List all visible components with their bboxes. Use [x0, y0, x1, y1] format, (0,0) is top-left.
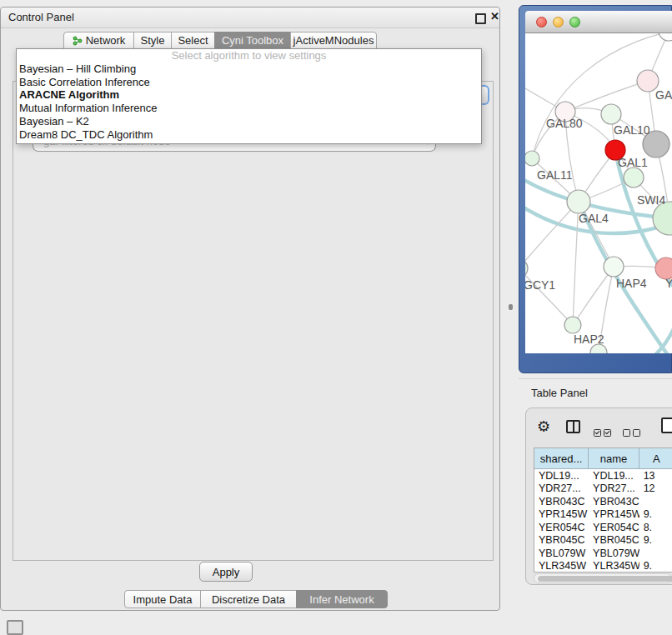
cell: YDL19...: [534, 470, 589, 482]
table-row[interactable]: YDR27... YDR27... 12: [534, 482, 672, 496]
dropdown-option-selected[interactable]: ARACNE Algorithm: [17, 88, 481, 102]
tab-impute-data[interactable]: Impute Data: [124, 590, 201, 608]
tab-network[interactable]: Network: [63, 32, 134, 49]
dropdown-option[interactable]: Dream8 DC_TDC Algorithm: [17, 128, 481, 142]
dropdown-option[interactable]: Bayesian – K2: [17, 115, 481, 128]
cell: YER054C: [534, 522, 589, 533]
apply-button[interactable]: Apply: [199, 562, 253, 582]
select-all-columns-icon[interactable]: [594, 425, 614, 440]
network-window-titlebar[interactable]: [525, 11, 672, 33]
node-label: GAL10: [614, 123, 650, 137]
node-label: HAP2: [574, 332, 604, 346]
cell: YBR045C: [589, 534, 639, 546]
cell: YBL079W: [589, 548, 639, 559]
table-row[interactable]: YBR045C YBR045C 9.: [534, 534, 672, 548]
dropdown-placeholder: Select algorithm to view settings: [17, 49, 481, 62]
cyni-content-panel: [13, 81, 494, 561]
table-row[interactable]: YER054C YER054C 8.: [534, 521, 672, 534]
screen: Control Panel ✕ Network Style Select Cyn…: [0, 0, 672, 635]
node-gal4[interactable]: [567, 190, 590, 213]
tab-style[interactable]: Style: [133, 32, 172, 49]
tab-cyni-toolbox-label: Cyni Toolbox: [222, 34, 283, 47]
export-table-icon[interactable]: [661, 418, 672, 433]
control-panel-titlebar[interactable]: Control Panel ✕: [1, 8, 499, 28]
node-label: GAL4: [579, 212, 609, 225]
table-row[interactable]: YDL19... YDL19... 13: [534, 469, 672, 482]
node-gcy1[interactable]: [525, 259, 528, 278]
cell: YDR27...: [534, 482, 589, 494]
tab-infer-network[interactable]: Infer Network: [296, 590, 388, 608]
deselect-all-columns-icon[interactable]: [623, 425, 643, 440]
close-icon[interactable]: ✕: [490, 10, 499, 22]
node-gal1-neighbor[interactable]: [624, 168, 644, 188]
table-row[interactable]: YLR345W YLR345W 9.: [534, 560, 672, 573]
tab-select[interactable]: Select: [171, 32, 215, 49]
table-row[interactable]: YBR043C YBR043C: [534, 495, 672, 508]
float-window-icon[interactable]: [475, 13, 486, 24]
network-icon: [73, 36, 83, 46]
table-horizontal-scrollbar-thumb[interactable]: [538, 576, 672, 582]
network-canvas[interactable]: GAL GAL80 GAL10 GAL1 GAL11 SWI4 GAL4 HAP…: [525, 33, 672, 353]
node-label: GAL11: [537, 168, 573, 182]
dropdown-option[interactable]: Mutual Information Inference: [17, 102, 481, 115]
split-divider-handle[interactable]: [509, 304, 513, 310]
column-header-name[interactable]: name: [589, 448, 639, 468]
node-label: GAL80: [546, 117, 583, 130]
edge-teal: [525, 152, 672, 353]
table-row[interactable]: YBL079W YBL079W: [534, 547, 672, 560]
tab-infer-network-label: Infer Network: [309, 593, 374, 606]
table-horizontal-scrollbar[interactable]: [534, 573, 672, 583]
tab-jactivemnodules-label: jActiveMNodules: [293, 34, 374, 47]
close-traffic-light-icon[interactable]: [536, 17, 547, 28]
column-header-shared-name[interactable]: shared...: [534, 448, 589, 468]
cell: YLR345W: [534, 560, 589, 572]
node-label: HAP4: [616, 277, 647, 290]
cell: YPR145W: [589, 508, 639, 520]
control-panel-window: Control Panel ✕ Network Style Select Cyn…: [0, 7, 500, 611]
tab-impute-data-label: Impute Data: [133, 593, 193, 606]
gear-icon[interactable]: ⚙: [537, 418, 550, 436]
cell: YPR145W: [534, 508, 589, 520]
split-columns-icon[interactable]: [566, 420, 580, 433]
node-gal11[interactable]: [525, 151, 539, 166]
node-swi4[interactable]: [653, 202, 672, 235]
minimized-window-icon[interactable]: [7, 620, 23, 635]
node-unlabeled-top[interactable]: [659, 33, 672, 41]
tab-select-label: Select: [178, 34, 208, 47]
cell: 12: [639, 482, 672, 494]
cell: YBR045C: [534, 534, 589, 546]
cell: 9.: [639, 508, 672, 520]
cell: YBL079W: [534, 548, 589, 559]
cell: YDL19...: [589, 470, 639, 482]
tab-jactivemnodules[interactable]: jActiveMNodules: [290, 32, 377, 49]
cell: 9.: [639, 560, 672, 572]
tab-network-label: Network: [86, 34, 126, 47]
cell: 9.: [639, 534, 672, 546]
cell: YDR27...: [589, 482, 639, 494]
algorithm-dropdown-list: Select algorithm to view settings Bayesi…: [16, 48, 482, 144]
node-hap4[interactable]: [604, 257, 624, 277]
node-label: GCY1: [525, 278, 555, 292]
cell: YLR345W: [589, 560, 639, 572]
node-label: GAL: [655, 88, 672, 102]
dropdown-option[interactable]: Basic Correlation Inference: [17, 76, 481, 89]
node-table[interactable]: shared... name A YDL19... YDL19... 13 YD…: [534, 448, 672, 572]
column-header-partial[interactable]: A: [639, 448, 672, 468]
node-label: Y: [665, 277, 672, 290]
cell: YBR043C: [589, 496, 639, 508]
dropdown-option[interactable]: Bayesian – Hill Climbing: [17, 62, 481, 76]
tab-discretize-data[interactable]: Discretize Data: [200, 590, 297, 608]
minimize-traffic-light-icon[interactable]: [553, 17, 564, 28]
zoom-traffic-light-icon[interactable]: [569, 17, 580, 28]
node-hap2[interactable]: [564, 317, 581, 333]
node-gal10[interactable]: [601, 104, 621, 124]
tab-style-label: Style: [141, 34, 165, 47]
table-panel-title: Table Panel: [531, 387, 588, 399]
table-panel-divider: [519, 378, 672, 379]
cell: 8.: [639, 522, 672, 533]
tab-discretize-data-label: Discretize Data: [212, 593, 285, 606]
tab-cyni-toolbox[interactable]: Cyni Toolbox: [214, 32, 291, 49]
cell: YBR043C: [534, 496, 589, 508]
node-label: SWI4: [637, 193, 665, 207]
table-row[interactable]: YPR145W YPR145W 9.: [534, 508, 672, 522]
